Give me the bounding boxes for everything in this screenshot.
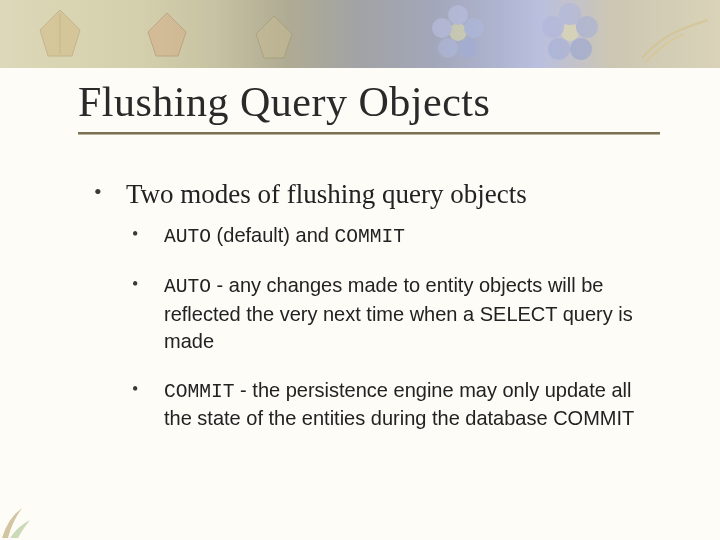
leaf-icon (140, 10, 194, 62)
text-mid: (default) and (211, 224, 334, 246)
svg-point-11 (548, 38, 570, 60)
svg-point-5 (438, 38, 458, 58)
flower-icon (430, 4, 486, 60)
text-auto: - any changes made to entity objects wil… (164, 274, 633, 351)
corner-leaf-icon (0, 498, 42, 540)
sub-bullet-group: AUTO (default) and COMMIT (126, 222, 650, 250)
svg-point-2 (448, 5, 468, 25)
title-block: Flushing Query Objects (78, 78, 660, 135)
wheat-icon (640, 18, 710, 64)
code-auto: AUTO (164, 276, 211, 298)
bullet-commit: COMMIT - the persistence engine may only… (126, 377, 650, 432)
flower-icon (540, 2, 600, 62)
leaf-icon (30, 6, 90, 64)
code-auto: AUTO (164, 226, 211, 248)
content-area: Two modes of flushing query objects AUTO… (90, 178, 650, 454)
code-commit: COMMIT (164, 381, 235, 403)
svg-point-10 (570, 38, 592, 60)
bullet-intro: Two modes of flushing query objects (90, 178, 650, 212)
svg-point-3 (464, 18, 484, 38)
text-commit: - the persistence engine may only update… (164, 379, 634, 429)
decorative-banner (0, 0, 720, 68)
bullet-modes: AUTO (default) and COMMIT (126, 222, 650, 250)
bullet-group-auto: AUTO - any changes made to entity object… (126, 272, 650, 354)
code-commit: COMMIT (334, 226, 405, 248)
bullet-auto: AUTO - any changes made to entity object… (126, 272, 650, 354)
svg-point-9 (576, 16, 598, 38)
svg-point-6 (432, 18, 452, 38)
leaf-icon (250, 14, 298, 62)
title-underline (78, 132, 660, 135)
bullet-group-commit: COMMIT - the persistence engine may only… (126, 377, 650, 432)
svg-point-12 (542, 16, 564, 38)
page-title: Flushing Query Objects (78, 78, 660, 126)
svg-point-4 (458, 38, 478, 58)
